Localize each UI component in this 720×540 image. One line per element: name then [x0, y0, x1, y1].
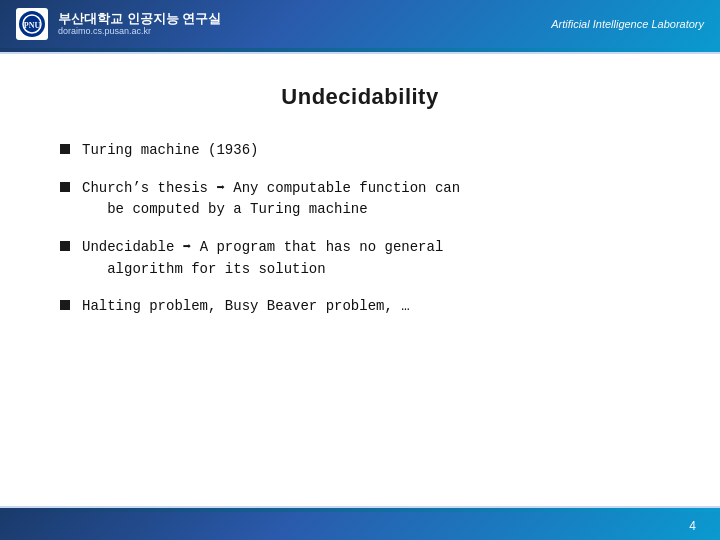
page-number: 4: [689, 519, 696, 533]
svg-text:PNU: PNU: [24, 21, 41, 30]
bullet-icon-3: [60, 241, 70, 251]
slide-content: Undecidability Turing machine (1936) Chu…: [0, 54, 720, 374]
bottom-bar: 4: [0, 512, 720, 540]
lab-name: Artificial Intelligence Laboratory: [551, 18, 704, 30]
bullet-text-4: Halting problem, Busy Beaver problem, …: [82, 296, 410, 318]
bullet-list: Turing machine (1936) Church’s thesis ➡ …: [60, 140, 660, 318]
bullet-text-3: Undecidable ➡ A program that has no gene…: [82, 237, 443, 280]
bullet-icon-2: [60, 182, 70, 192]
slide-title: Undecidability: [60, 84, 660, 110]
university-logo: PNU: [16, 8, 48, 40]
bullet-item-2: Church’s thesis ➡ Any computable functio…: [60, 178, 660, 221]
header-text-block: 부산대학교 인공지능 연구실 doraimo.cs.pusan.ac.kr: [58, 11, 221, 37]
bullet-text-2: Church’s thesis ➡ Any computable functio…: [82, 178, 460, 221]
university-name: 부산대학교 인공지능 연구실: [58, 11, 221, 27]
bullet-item-3: Undecidable ➡ A program that has no gene…: [60, 237, 660, 280]
bullet-item-1: Turing machine (1936): [60, 140, 660, 162]
header-left: PNU 부산대학교 인공지능 연구실 doraimo.cs.pusan.ac.k…: [16, 8, 221, 40]
bullet-icon-4: [60, 300, 70, 310]
bullet-item-4: Halting problem, Busy Beaver problem, …: [60, 296, 660, 318]
bullet-icon-1: [60, 144, 70, 154]
university-url: doraimo.cs.pusan.ac.kr: [58, 26, 221, 37]
bullet-text-1: Turing machine (1936): [82, 140, 258, 162]
header-bar: PNU 부산대학교 인공지능 연구실 doraimo.cs.pusan.ac.k…: [0, 0, 720, 48]
